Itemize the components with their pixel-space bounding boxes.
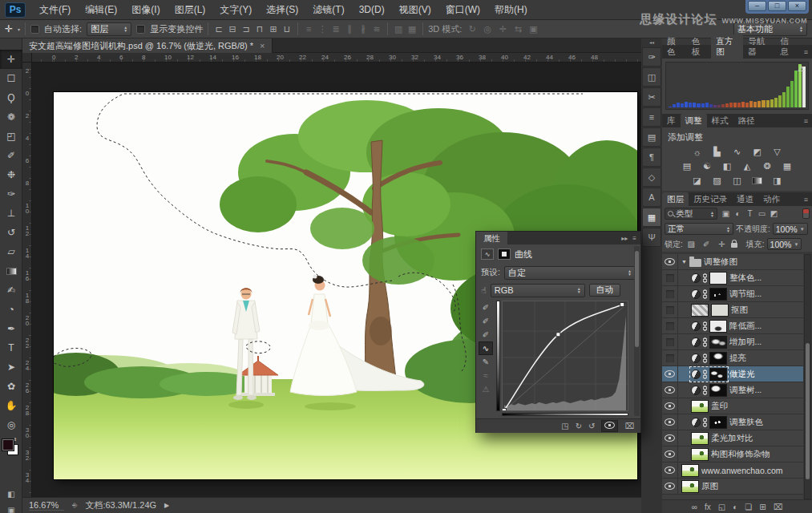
posterize-icon[interactable]: ▨ — [709, 175, 725, 187]
layers-scrollbar[interactable] — [804, 254, 811, 499]
layers-tab-4[interactable]: 动作 — [758, 192, 785, 206]
layer-row-9[interactable]: 调整树... — [662, 382, 803, 398]
quick-selection-tool[interactable]: ❁ — [0, 107, 22, 127]
panel-menu-icon[interactable]: ≡ — [632, 235, 636, 242]
adjustment-icon[interactable] — [691, 418, 701, 427]
hand-tool[interactable]: ✋ — [0, 396, 22, 415]
layer-mask-thumbnail[interactable] — [709, 272, 727, 285]
adjustment-icon[interactable] — [691, 321, 701, 331]
move-tool[interactable]: ✛ — [0, 50, 22, 69]
layer-visibility-toggle[interactable] — [662, 254, 678, 269]
menu-item-8[interactable]: 3D(D) — [352, 0, 392, 19]
adjustment-icon[interactable] — [691, 337, 701, 347]
levels-icon[interactable]: ▙ — [709, 146, 725, 158]
adjust-tab-4[interactable]: 路径 — [733, 114, 760, 127]
selective-color-icon[interactable]: ◨ — [770, 175, 785, 187]
layer-visibility-toggle[interactable] — [662, 414, 678, 430]
layer-mask-thumbnail[interactable] — [709, 368, 727, 381]
adjustment-icon[interactable] — [691, 386, 701, 395]
menu-item-11[interactable]: 帮助(H) — [487, 0, 535, 19]
vibrance-icon[interactable]: ▽ — [770, 146, 785, 158]
adjust-tab-3[interactable]: 样式 — [707, 114, 733, 127]
layer-visibility-toggle[interactable] — [662, 302, 678, 317]
info-tab-5[interactable]: 信息 — [775, 34, 800, 59]
layer-thumbnail[interactable] — [691, 400, 709, 413]
3d-panel-icon[interactable]: ◇ — [642, 168, 661, 187]
adjust-tab-1[interactable]: 库 — [662, 114, 681, 127]
eyedropper-tool[interactable]: ✐ — [0, 146, 22, 165]
distribute-top-icon[interactable]: ≡ — [303, 24, 314, 34]
dodge-tool[interactable]: ◔ — [0, 300, 22, 319]
lock-all-icon[interactable] — [731, 240, 737, 249]
expand-panels-icon[interactable]: ◂◂ — [641, 38, 662, 46]
adjustment-icon[interactable] — [691, 353, 701, 363]
export-icon[interactable]: ⎆ — [72, 502, 77, 510]
menu-item-3[interactable]: 图像(I) — [124, 0, 167, 19]
eraser-tool[interactable]: ▱ — [0, 242, 22, 261]
layer-visibility-toggle[interactable] — [662, 318, 678, 333]
layer-visibility-toggle[interactable] — [662, 366, 678, 382]
auto-align-icon[interactable]: ▥ — [393, 24, 404, 34]
minimize-button[interactable]: – — [748, 1, 766, 11]
layer-mask-thumbnail[interactable] — [709, 352, 727, 365]
adjustment-icon[interactable] — [691, 289, 701, 299]
new-group-icon[interactable]: ❏ — [745, 503, 752, 511]
channel-mixer-icon[interactable]: ❂ — [760, 160, 775, 172]
gray-point-eyedropper-icon[interactable]: ✐ — [479, 314, 493, 328]
properties-scrollbar[interactable] — [634, 246, 640, 416]
foreground-color-swatch[interactable] — [2, 439, 14, 450]
add-adjustment-icon[interactable]: ◐ — [733, 503, 737, 511]
align-bottom-edges-icon[interactable]: ⊔ — [281, 24, 293, 34]
layer-row-14[interactable]: www.anwenchao.com — [662, 463, 803, 479]
close-button[interactable]: × — [788, 1, 806, 11]
menu-item-5[interactable]: 文字(Y) — [212, 0, 259, 19]
layer-row-4[interactable]: 抠图 — [662, 302, 803, 318]
layer-thumbnail[interactable] — [681, 480, 699, 493]
path-selection-tool[interactable]: ➤ — [0, 357, 22, 377]
filter-pixel-icon[interactable]: ▣ — [720, 209, 732, 218]
pencil-curve-icon[interactable]: ✎ — [479, 355, 493, 369]
layer-row-13[interactable]: 构图和修饰杂物 — [662, 446, 803, 463]
scrollbar-thumb[interactable] — [635, 251, 639, 347]
invert-icon[interactable]: ◪ — [689, 175, 705, 187]
lock-position-icon[interactable]: ✛ — [716, 240, 728, 249]
adjustment-icon[interactable] — [691, 273, 701, 283]
properties-tab[interactable]: 属性 — [476, 232, 507, 244]
smudge-tool[interactable]: ✍ — [0, 281, 22, 300]
visibility-icon[interactable] — [601, 420, 618, 432]
opacity-field[interactable]: 100% ▼ — [773, 223, 808, 235]
preset-select[interactable]: 自定 ▲ ▼ — [504, 266, 636, 280]
paragraph-panel-icon[interactable]: ¶ — [642, 147, 661, 167]
clone-source-panel-icon[interactable]: ◫ — [642, 67, 661, 87]
curve-graph[interactable] — [502, 301, 628, 411]
exposure-icon[interactable]: ◩ — [749, 146, 765, 158]
gradient-tool[interactable] — [0, 261, 22, 281]
edit-points-icon[interactable]: ∿ — [479, 341, 493, 355]
layer-visibility-toggle[interactable] — [662, 430, 678, 446]
previous-state-icon[interactable]: ↻ — [576, 422, 582, 430]
character-panel-icon[interactable]: ≡ — [642, 107, 661, 127]
filter-adjustment-icon[interactable]: ◐ — [732, 209, 744, 218]
layer-visibility-toggle[interactable] — [662, 270, 678, 285]
auto-select-checkbox[interactable] — [30, 25, 39, 34]
distribute-h-centers-icon[interactable]: ∦ — [358, 24, 369, 34]
layer-thumbnail[interactable] — [691, 432, 709, 445]
tab-close-icon[interactable]: × — [260, 41, 265, 50]
adjust-tab-2[interactable]: 调整 — [681, 114, 707, 127]
layer-row-11[interactable]: 调整肤色 — [662, 414, 803, 430]
layer-visibility-toggle[interactable] — [662, 382, 678, 398]
type-tool[interactable]: T — [0, 338, 22, 357]
maximize-button[interactable]: □ — [768, 1, 786, 11]
collapse-panel-icon[interactable]: ▸▸ — [621, 235, 628, 242]
curves-icon[interactable]: ∿ — [729, 146, 745, 158]
layer-row-5[interactable]: 降低画... — [662, 318, 803, 334]
panel-menu-icon[interactable]: ≡ — [800, 115, 812, 127]
screen-mode-icon[interactable]: ▣ — [0, 502, 22, 513]
history-brush-tool[interactable]: ↺ — [0, 223, 22, 242]
show-transform-checkbox[interactable] — [136, 25, 145, 34]
targeted-adjustment-icon[interactable]: ☝ — [481, 285, 487, 296]
layer-thumbnail[interactable] — [681, 464, 699, 477]
align-right-edges-icon[interactable]: ⊐ — [240, 24, 252, 34]
layer-row-12[interactable]: 柔光加对比 — [662, 430, 803, 446]
auto-blend-icon[interactable]: ▦ — [406, 24, 418, 34]
